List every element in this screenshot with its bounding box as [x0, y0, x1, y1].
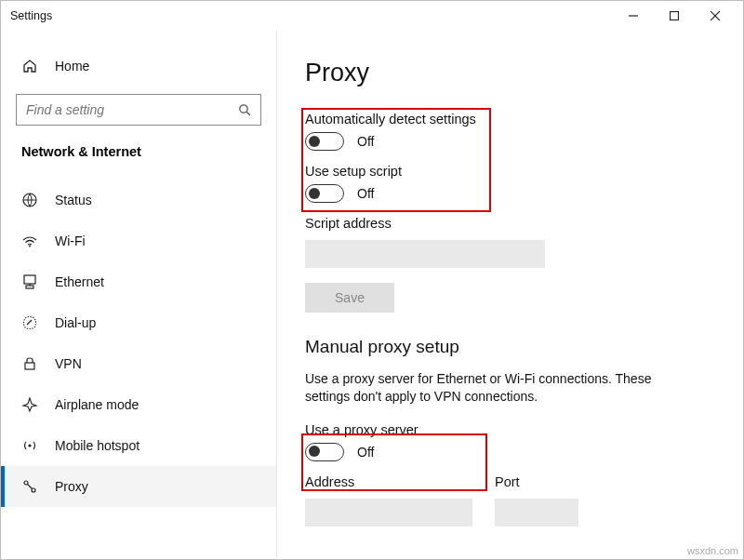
close-button[interactable] — [695, 1, 736, 31]
sidebar-item-label: Dial-up — [55, 315, 96, 330]
search-box[interactable] — [16, 94, 261, 126]
use-script-toggle-row: Off — [305, 184, 715, 203]
use-proxy-label: Use a proxy server — [305, 422, 715, 437]
hotspot-icon — [21, 437, 38, 454]
vpn-icon — [21, 355, 38, 372]
home-label: Home — [55, 59, 89, 73]
category-header: Network & Internet — [1, 140, 276, 172]
settings-window: Settings Home — [0, 0, 744, 560]
toggle-knob — [309, 188, 320, 199]
use-proxy-toggle-row: Off — [305, 443, 715, 461]
sidebar-item-dialup[interactable]: Dial-up — [1, 302, 276, 343]
sidebar-item-vpn[interactable]: VPN — [1, 343, 276, 384]
svg-rect-1 — [671, 12, 679, 20]
use-script-state: Off — [357, 186, 374, 201]
use-script-label: Use setup script — [305, 164, 715, 179]
sidebar-item-label: Ethernet — [55, 274, 104, 289]
svg-point-14 — [32, 488, 35, 492]
address-input[interactable] — [305, 499, 472, 527]
airplane-icon — [21, 396, 38, 413]
home-nav[interactable]: Home — [1, 47, 276, 85]
titlebar: Settings — [1, 1, 743, 31]
sidebar-item-label: Airplane mode — [55, 397, 139, 412]
minimize-button[interactable] — [613, 1, 654, 31]
toggle-knob — [309, 136, 320, 147]
maximize-button[interactable] — [654, 1, 695, 31]
nav-list: Status Wi-Fi Ethernet — [1, 180, 276, 507]
svg-rect-8 — [24, 275, 35, 284]
close-icon — [711, 11, 720, 20]
svg-rect-9 — [26, 286, 33, 288]
auto-detect-label: Automatically detect settings — [305, 112, 715, 127]
content-pane: Proxy Automatically detect settings Off … — [277, 31, 743, 559]
manual-section-title: Manual proxy setup — [305, 337, 715, 357]
svg-point-13 — [24, 481, 28, 485]
maximize-icon — [670, 11, 679, 20]
address-label: Address — [305, 474, 472, 489]
port-input[interactable] — [495, 499, 578, 527]
sidebar: Home Network & Internet Status — [1, 31, 277, 559]
sidebar-item-label: Wi-Fi — [55, 233, 86, 248]
home-icon — [21, 59, 38, 73]
search-input[interactable] — [26, 102, 238, 117]
svg-point-4 — [240, 105, 247, 113]
script-address-input[interactable] — [305, 240, 545, 268]
save-button[interactable]: Save — [305, 283, 394, 313]
auto-detect-toggle-row: Off — [305, 132, 715, 151]
svg-line-15 — [28, 485, 33, 489]
manual-description: Use a proxy server for Ethernet or Wi-Fi… — [305, 370, 686, 406]
sidebar-item-proxy[interactable]: Proxy — [1, 466, 276, 507]
sidebar-item-ethernet[interactable]: Ethernet — [1, 261, 276, 302]
ethernet-icon — [21, 273, 38, 290]
use-proxy-state: Off — [357, 445, 374, 460]
dialup-icon — [21, 314, 38, 331]
svg-point-12 — [28, 444, 31, 447]
search-icon — [238, 103, 251, 116]
auto-detect-state: Off — [357, 134, 374, 149]
sidebar-item-hotspot[interactable]: Mobile hotspot — [1, 425, 276, 466]
use-script-toggle[interactable] — [305, 184, 344, 203]
minimize-icon — [629, 11, 638, 20]
sidebar-item-label: Proxy — [55, 479, 88, 494]
proxy-icon — [21, 478, 38, 495]
page-title: Proxy — [305, 59, 715, 87]
sidebar-item-label: Mobile hotspot — [55, 438, 140, 453]
port-label: Port — [495, 474, 578, 489]
address-port-row: Address Port — [305, 474, 715, 541]
svg-rect-11 — [25, 363, 34, 369]
sidebar-item-status[interactable]: Status — [1, 180, 276, 220]
sidebar-item-label: VPN — [55, 356, 82, 371]
toggle-knob — [309, 446, 320, 457]
sidebar-item-wifi[interactable]: Wi-Fi — [1, 220, 276, 261]
window-title: Settings — [10, 9, 52, 22]
window-body: Home Network & Internet Status — [1, 31, 743, 559]
wifi-icon — [21, 233, 38, 249]
sidebar-item-airplane[interactable]: Airplane mode — [1, 384, 276, 425]
svg-line-5 — [246, 112, 250, 115]
use-proxy-toggle[interactable] — [305, 443, 344, 461]
svg-point-7 — [29, 246, 31, 247]
status-icon — [21, 192, 38, 208]
script-address-label: Script address — [305, 216, 715, 231]
auto-detect-toggle[interactable] — [305, 132, 344, 151]
sidebar-item-label: Status — [55, 193, 92, 207]
